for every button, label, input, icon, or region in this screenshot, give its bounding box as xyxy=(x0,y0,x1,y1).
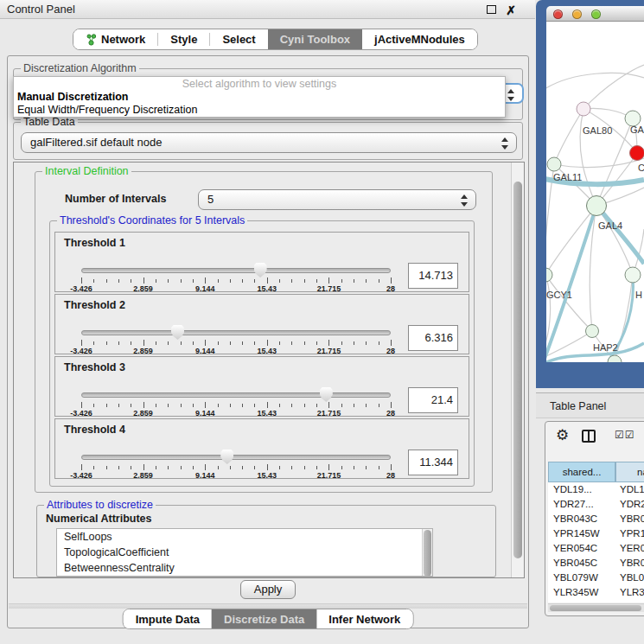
slider-tick-labels: -3.4262.8599.14415.4321.71528 xyxy=(81,284,391,293)
network-edge[interactable] xyxy=(546,275,551,346)
cell-name[interactable]: YER0 xyxy=(615,541,644,556)
mac-close-button[interactable] xyxy=(553,10,563,19)
threshold-value-field[interactable]: 11.344 xyxy=(408,450,458,475)
dropdown-option-equal-width-frequency[interactable]: Equal Width/Frequency Discretization xyxy=(14,104,505,117)
dropdown-option-manual-discretization[interactable]: Manual Discretization xyxy=(14,91,505,104)
table-row[interactable]: YDL19...YDL1 xyxy=(548,482,644,497)
table-horizontal-scrollbar[interactable] xyxy=(548,603,644,612)
slider-thumb[interactable] xyxy=(320,387,333,402)
table-row[interactable]: YBR043CYBR0 xyxy=(548,512,644,526)
table-row[interactable]: YLR345WYLR3 xyxy=(548,585,644,600)
table-data-combobox[interactable]: galFiltered.sif default node xyxy=(21,132,517,153)
table-row[interactable]: YBR045CYBR0 xyxy=(548,556,644,571)
list-scrollbar[interactable] xyxy=(422,529,432,576)
threshold-slider[interactable]: -3.4262.8599.14415.4321.71528 xyxy=(81,357,391,418)
tab-label: Network xyxy=(101,33,145,46)
cell-name[interactable]: YLR3 xyxy=(615,585,644,600)
cell-shared-name[interactable]: YBL079W xyxy=(548,571,615,585)
slider-ticks xyxy=(81,402,391,409)
network-edge[interactable] xyxy=(554,109,583,164)
column-header-name[interactable]: na xyxy=(615,462,644,482)
network-node[interactable] xyxy=(547,157,561,171)
slider-thumb[interactable] xyxy=(254,263,267,277)
network-node[interactable] xyxy=(577,102,590,116)
checkboxes-icon[interactable]: ☑☑ xyxy=(615,429,635,441)
table-row[interactable]: YIL052CYIL0 xyxy=(548,600,644,603)
slider-track[interactable] xyxy=(81,330,391,335)
tab-label: jActiveMNodules xyxy=(374,33,465,46)
gear-icon[interactable]: ⚙ xyxy=(556,426,569,444)
cell-name[interactable]: YPR1 xyxy=(615,526,644,541)
column-header-shared-name[interactable]: shared... xyxy=(548,462,615,482)
numerical-attributes-list[interactable]: SelfLoopsTopologicalCoefficientBetweenne… xyxy=(56,528,433,577)
table-row[interactable]: YBL079WYBL0 xyxy=(548,571,644,585)
cell-name[interactable]: YDR2 xyxy=(615,497,644,512)
tab-style[interactable]: Style xyxy=(158,29,209,49)
attribute-item[interactable]: SelfLoops xyxy=(57,529,432,545)
mac-zoom-button[interactable] xyxy=(591,10,601,19)
network-node[interactable] xyxy=(630,146,644,161)
table-row[interactable]: YDR27...YDR2 xyxy=(548,497,644,512)
close-icon[interactable]: ✗ xyxy=(506,1,516,20)
node-label: GAL11 xyxy=(553,172,582,182)
threshold-slider[interactable]: -3.4262.8599.14415.4321.71528 xyxy=(81,233,391,293)
network-node[interactable] xyxy=(587,196,607,216)
threshold-value-field[interactable]: 6.316 xyxy=(408,325,458,351)
network-view-window[interactable]: GAL80GACGAL11GAL4GCY1HHAP2 xyxy=(536,0,644,388)
cell-shared-name[interactable]: YER054C xyxy=(548,541,615,556)
network-edge[interactable] xyxy=(546,206,596,275)
mac-minimize-button[interactable] xyxy=(572,10,582,19)
threshold-value-field[interactable]: 21.4 xyxy=(408,387,458,413)
cell-shared-name[interactable]: YBR045C xyxy=(548,556,615,571)
network-window-titlebar[interactable] xyxy=(546,6,644,22)
cell-name[interactable]: YBR0 xyxy=(615,512,644,526)
cell-shared-name[interactable]: YIL052C xyxy=(548,600,615,603)
cell-name[interactable]: YIL0 xyxy=(615,600,641,603)
network-canvas[interactable]: GAL80GACGAL11GAL4GCY1HHAP2 xyxy=(546,22,644,362)
table-row[interactable]: YPR145WYPR1 xyxy=(548,526,644,541)
node-label: GAL4 xyxy=(598,220,622,231)
tab-discretize-data[interactable]: Discretize Data xyxy=(212,609,316,628)
network-edge[interactable] xyxy=(596,206,644,264)
network-node[interactable] xyxy=(608,355,622,362)
network-graph[interactable]: GAL80GACGAL11GAL4GCY1HHAP2 xyxy=(546,22,644,362)
tab-select[interactable]: Select xyxy=(210,29,267,49)
tab-infer-network[interactable]: Infer Network xyxy=(316,609,412,628)
tab-cyni-toolbox[interactable]: Cyni Toolbox xyxy=(268,29,362,49)
cell-shared-name[interactable]: YDL19... xyxy=(548,482,615,497)
apply-button[interactable]: Apply xyxy=(240,580,296,599)
tab-impute-data[interactable]: Impute Data xyxy=(124,609,212,628)
slider-thumb[interactable] xyxy=(171,325,184,340)
tab-label: Infer Network xyxy=(328,613,400,626)
threshold-value-field[interactable]: 14.713 xyxy=(408,263,458,289)
slider-thumb[interactable] xyxy=(220,450,233,464)
settings-scrollbar[interactable] xyxy=(511,163,524,577)
cell-shared-name[interactable]: YPR145W xyxy=(548,526,615,541)
network-edge[interactable] xyxy=(546,73,644,89)
cell-shared-name[interactable]: YLR345W xyxy=(548,585,615,600)
slider-track[interactable] xyxy=(81,392,391,398)
network-node[interactable] xyxy=(625,267,641,283)
attribute-item[interactable]: BetweennessCentrality xyxy=(57,560,432,576)
split-columns-icon[interactable] xyxy=(582,430,596,443)
threshold-slider[interactable]: -3.4262.8599.14415.4321.71528 xyxy=(81,419,391,480)
slider-track[interactable] xyxy=(81,455,391,460)
slider-track[interactable] xyxy=(81,268,391,273)
tab-label: Cyni Toolbox xyxy=(280,33,350,46)
network-node[interactable] xyxy=(586,325,599,338)
attribute-item[interactable]: TopologicalCoefficient xyxy=(57,545,432,560)
network-node[interactable] xyxy=(546,268,552,282)
cell-name[interactable]: YBL0 xyxy=(615,571,644,585)
network-edge[interactable] xyxy=(554,158,644,168)
cell-name[interactable]: YDL1 xyxy=(615,482,644,497)
table-row[interactable]: YER054CYER0 xyxy=(548,541,644,556)
cell-name[interactable]: YBR0 xyxy=(615,556,644,571)
number-of-intervals-combobox[interactable]: 5 xyxy=(198,189,476,210)
threshold-slider[interactable]: -3.4262.8599.14415.4321.71528 xyxy=(81,295,391,355)
tab-jactivemnodules[interactable]: jActiveMNodules xyxy=(362,29,477,49)
cell-shared-name[interactable]: YBR043C xyxy=(548,512,615,526)
float-window-icon[interactable] xyxy=(487,5,496,14)
cell-shared-name[interactable]: YDR27... xyxy=(548,497,615,512)
network-edge[interactable] xyxy=(583,65,644,109)
tab-network[interactable]: Network xyxy=(73,29,157,49)
